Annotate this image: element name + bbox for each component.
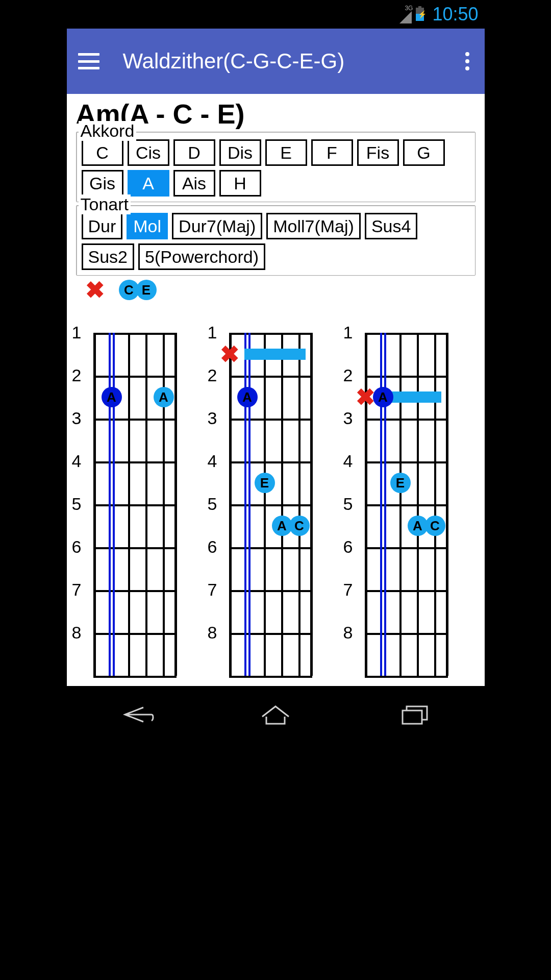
finger-dot: C: [425, 516, 445, 536]
app-bar: Waldzither(C-G-C-E-G): [67, 29, 485, 94]
open-note-dot: E: [136, 280, 157, 300]
akkord-option-ais[interactable]: Ais: [173, 170, 215, 197]
fret-label: 2: [343, 365, 353, 408]
menu-icon[interactable]: [78, 53, 99, 69]
fret-label: 7: [343, 580, 353, 623]
akkord-fieldset: Akkord CCisDDisEFFisGGisAAisH: [76, 132, 475, 202]
akkord-option-f[interactable]: F: [311, 139, 353, 166]
fret-label: 2: [208, 365, 217, 408]
battery-icon: ⚡: [416, 8, 424, 21]
android-status-bar: 3G ⚡ 10:50: [67, 0, 485, 29]
fret-label: 1: [72, 323, 82, 365]
status-icons: 3G ⚡: [399, 5, 424, 23]
back-button[interactable]: [116, 702, 157, 727]
app-title: Waldzither(C-G-C-E-G): [123, 49, 461, 74]
clock: 10:50: [432, 4, 478, 25]
finger-dot: A: [154, 387, 174, 407]
akkord-option-c[interactable]: C: [82, 139, 123, 166]
overflow-menu-icon[interactable]: [461, 48, 473, 75]
fret-label: 2: [72, 365, 82, 408]
fret-label: 5: [343, 494, 353, 537]
fret-label: 7: [208, 580, 217, 623]
recent-apps-button[interactable]: [394, 702, 435, 727]
fret-label: 6: [208, 537, 217, 580]
barre: [244, 349, 306, 360]
android-nav-bar: [67, 686, 485, 743]
fret-label: 6: [343, 537, 353, 580]
finger-dot: A: [373, 387, 393, 407]
akkord-option-d[interactable]: D: [173, 139, 215, 166]
fret-label: 1: [343, 323, 353, 365]
fret-label: 3: [343, 408, 353, 451]
fret-label: 4: [72, 451, 82, 494]
tonart-option[interactable]: Sus4: [365, 213, 418, 239]
fret-label: 3: [72, 408, 82, 451]
svg-rect-0: [403, 710, 422, 724]
tonart-option[interactable]: Dur: [82, 213, 123, 239]
akkord-option-gis[interactable]: Gis: [82, 170, 123, 197]
fret-label: 7: [72, 580, 82, 623]
akkord-option-a[interactable]: A: [128, 170, 169, 197]
fret-label: 3: [208, 408, 217, 451]
tonart-option[interactable]: Sus2: [82, 243, 135, 270]
tonart-option[interactable]: Moll7(Maj): [266, 213, 361, 239]
fret-label: 1: [208, 323, 217, 365]
tonart-legend: Tonart: [79, 194, 131, 214]
diagrams-area: ✖CE 12345678AA12345678✖AEAC12345678✖AEAC: [76, 279, 475, 305]
tonart-fieldset: Tonart DurMolDur7(Maj)Moll7(Maj)Sus4Sus2…: [76, 205, 475, 276]
akkord-option-h[interactable]: H: [219, 170, 261, 197]
fret-label: 4: [343, 451, 353, 494]
fret-label: 5: [208, 494, 217, 537]
content-area: Am(A - C - E) Akkord CCisDDisEFFisGGisAA…: [67, 94, 485, 686]
finger-dot: E: [255, 473, 275, 493]
akkord-legend: Akkord: [79, 121, 137, 141]
akkord-option-dis[interactable]: Dis: [219, 139, 261, 166]
akkord-options: CCisDDisEFFisGGisAAisH: [82, 139, 470, 197]
fret-label: 5: [72, 494, 82, 537]
finger-dot: C: [289, 516, 310, 536]
akkord-option-fis[interactable]: Fis: [357, 139, 399, 166]
akkord-option-e[interactable]: E: [265, 139, 307, 166]
finger-dot: A: [102, 387, 122, 407]
akkord-option-g[interactable]: G: [403, 139, 445, 166]
fret-label: 6: [72, 537, 82, 580]
fret-label: 8: [72, 623, 82, 666]
network-type: 3G: [405, 5, 413, 11]
fret-label: 4: [208, 451, 217, 494]
finger-dot: A: [237, 387, 258, 407]
tonart-options: DurMolDur7(Maj)Moll7(Maj)Sus4Sus25(Power…: [82, 213, 470, 270]
fret-label: 8: [208, 623, 217, 666]
open-string-markers: ✖CE: [93, 279, 475, 303]
tonart-option[interactable]: 5(Powerchord): [138, 243, 265, 270]
finger-dot: E: [390, 473, 411, 493]
home-button[interactable]: [255, 702, 296, 727]
tonart-option[interactable]: Mol: [127, 213, 168, 239]
akkord-option-cis[interactable]: Cis: [128, 139, 169, 166]
fret-label: 8: [343, 623, 353, 666]
signal-icon: [399, 11, 412, 23]
mute-icon: ✖: [220, 340, 240, 368]
mute-icon: ✖: [85, 276, 105, 304]
tonart-option[interactable]: Dur7(Maj): [172, 213, 262, 239]
